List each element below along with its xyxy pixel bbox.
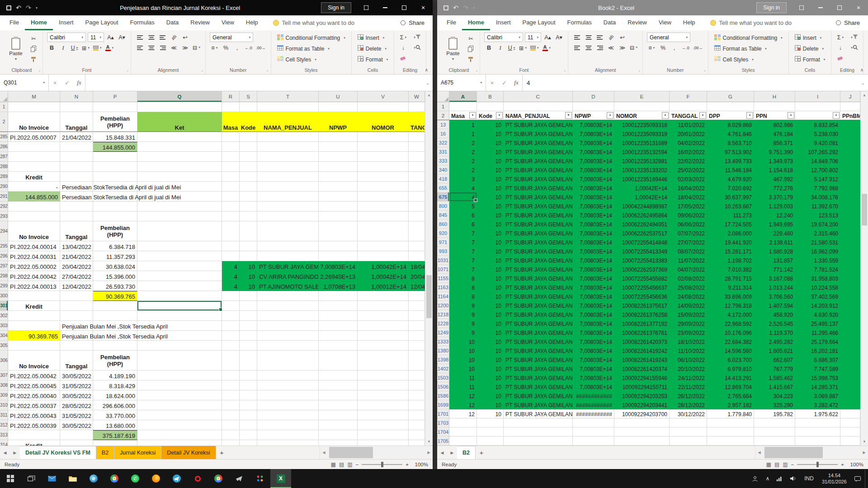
cell-U309[interactable] — [319, 390, 358, 400]
cell-P312[interactable]: 13.680.000 — [93, 420, 137, 430]
dialog-launcher-icon[interactable]: ⌟ — [265, 68, 270, 72]
row-header-2[interactable]: 2 — [0, 112, 8, 132]
cell-I1031[interactable]: 1.330.559 — [795, 256, 840, 265]
sheet-tab-detail-jv-koreksi[interactable]: Detail JV Koreksi — [161, 446, 216, 459]
underline-button[interactable]: U▾ — [70, 43, 79, 52]
cell-E1503[interactable]: 100092294155946 — [614, 373, 670, 382]
cell-W297[interactable]: 18/04 — [409, 261, 425, 271]
cell-R310[interactable] — [222, 400, 240, 410]
cell-S292[interactable] — [240, 202, 257, 211]
cell-V297[interactable]: 1,00042E+14 — [358, 261, 409, 271]
format-painter-button[interactable] — [29, 55, 38, 64]
cell-R298[interactable]: 4 — [222, 271, 240, 281]
cell-P314[interactable] — [93, 440, 137, 446]
cell-F1506[interactable]: 22/11/2022 — [670, 382, 707, 391]
cell-R287[interactable] — [222, 152, 240, 162]
row-header-309[interactable]: 309 — [0, 390, 8, 400]
increase-font-size-button[interactable]: A▴ — [106, 33, 115, 42]
cell-P311[interactable]: 33.770.000 — [93, 410, 137, 420]
cell-S302[interactable] — [240, 311, 257, 321]
taskbar-firefox-icon[interactable] — [146, 469, 166, 488]
vertical-scrollbar[interactable]: ▲▼ — [860, 91, 868, 446]
cell-V294[interactable] — [358, 221, 409, 241]
cell-C2[interactable]: NAMA_PENJUAL — [504, 111, 573, 120]
cell-D655[interactable]: 7,00803E+14 — [573, 183, 614, 192]
decrease-indent-button[interactable]: ≪ — [169, 43, 179, 52]
cell-G16[interactable]: 4.761.846 — [707, 129, 754, 138]
cell-M299[interactable]: PI.2022.04.00013 — [8, 281, 60, 291]
cell-E1155[interactable]: 100072255455882 — [614, 274, 670, 283]
cell-G1586[interactable]: 2.765.664 — [707, 391, 754, 400]
cell-M291[interactable]: 144.855.000 — [8, 192, 60, 202]
cell-E1586[interactable]: 100092294203253 — [614, 391, 670, 400]
cell-I971[interactable]: 21.580.531 — [795, 238, 840, 247]
ribbon-tab-formulas[interactable]: Formulas — [124, 15, 160, 30]
cell-T295[interactable] — [257, 241, 319, 251]
cell-E1704[interactable] — [614, 427, 670, 436]
cell-E13[interactable]: 100012235093318 — [614, 120, 670, 129]
comma-style-button[interactable]: , — [670, 43, 679, 52]
cell-J1699[interactable] — [840, 400, 860, 409]
align-middle-button[interactable] — [584, 33, 593, 42]
cell-J1071[interactable] — [840, 265, 860, 274]
cell-B2[interactable]: Kode — [477, 111, 504, 120]
cell-B1402[interactable]: 10 — [477, 364, 504, 373]
cell-T310[interactable] — [257, 400, 319, 410]
row-header-287[interactable]: 287 — [0, 152, 8, 162]
cell-J971[interactable] — [840, 238, 860, 247]
row-header-307[interactable]: 307 — [0, 371, 8, 380]
cell-F655[interactable]: 16/04/2022 — [670, 183, 707, 192]
sheet-tab-b2[interactable]: B2 — [96, 446, 114, 459]
cell-J1586[interactable] — [840, 391, 860, 400]
cell-M311[interactable]: PI.2022.05.00043 — [8, 410, 60, 420]
cell-H1200[interactable]: 1.407.594 — [754, 301, 795, 310]
align-right-button[interactable] — [158, 43, 167, 52]
cell-V285[interactable] — [358, 132, 409, 142]
view-page-layout-icon[interactable]: ▤ — [774, 461, 779, 468]
cell-G13[interactable]: 8.029.868 — [707, 120, 754, 129]
cell-F1402[interactable]: 20/10/2022 — [670, 364, 707, 373]
cell-E1699[interactable]: 100092294203441 — [614, 400, 670, 409]
cell-M314[interactable]: Kredit — [8, 440, 60, 446]
cell-G1163[interactable]: 9.211.314 — [707, 283, 754, 292]
cell-I1703[interactable] — [795, 418, 840, 427]
cell-M292[interactable] — [8, 202, 60, 211]
cell-J1[interactable] — [840, 102, 860, 111]
cell-H331[interactable]: 9.751.390 — [754, 147, 795, 156]
row-header-675[interactable]: 675 — [437, 192, 449, 202]
cell-U295[interactable] — [319, 241, 358, 251]
cell-A1402[interactable]: 10 — [449, 364, 477, 373]
horizontal-scrollbar[interactable]: ◀▶ — [755, 446, 868, 459]
cell-R299[interactable]: 4 — [222, 281, 240, 291]
cell-E1705[interactable] — [614, 436, 670, 446]
cell-Q289[interactable] — [137, 172, 222, 182]
cell-S313[interactable] — [240, 430, 257, 440]
view-page-break-icon[interactable]: ▥ — [347, 461, 352, 468]
cell-I418[interactable]: 5.147.912 — [795, 174, 840, 183]
cell-C860[interactable]: PT SUBUR JAYA GEMILAN — [504, 220, 573, 229]
cell-D1[interactable] — [573, 102, 614, 111]
ribbon-tab-view[interactable]: View — [216, 15, 240, 30]
cell-W305[interactable] — [409, 341, 425, 351]
cell-D1163[interactable]: 7,00803E+14 — [573, 283, 614, 292]
cell-M298[interactable]: PI.2022.04.00042 — [8, 271, 60, 281]
column-header-J[interactable]: J — [840, 91, 860, 102]
cell-R302[interactable] — [222, 311, 240, 321]
insert-function-icon[interactable]: fx — [73, 75, 85, 91]
cell-A860[interactable]: 6 — [449, 220, 477, 229]
name-box[interactable]: Q301▾ — [0, 75, 49, 91]
column-header-M[interactable]: M — [8, 91, 60, 102]
cell-Q298[interactable] — [137, 271, 222, 281]
cell-P298[interactable]: 15.396.000 — [93, 271, 137, 281]
cell-I1402[interactable]: 7.747.589 — [795, 364, 840, 373]
cell-M310[interactable]: PI.2022.05.00037 — [8, 400, 60, 410]
cell-A16[interactable]: 1 — [449, 129, 477, 138]
cell-W285[interactable] — [409, 132, 425, 142]
cell-Q306[interactable] — [137, 351, 222, 371]
cell-J1163[interactable] — [840, 283, 860, 292]
cell-U311[interactable] — [319, 410, 358, 420]
fill-button[interactable]: ↓ — [398, 43, 408, 52]
ribbon-tab-data[interactable]: Data — [160, 15, 184, 30]
row-header-310[interactable]: 310 — [0, 400, 8, 410]
cell-T292[interactable] — [257, 202, 319, 211]
